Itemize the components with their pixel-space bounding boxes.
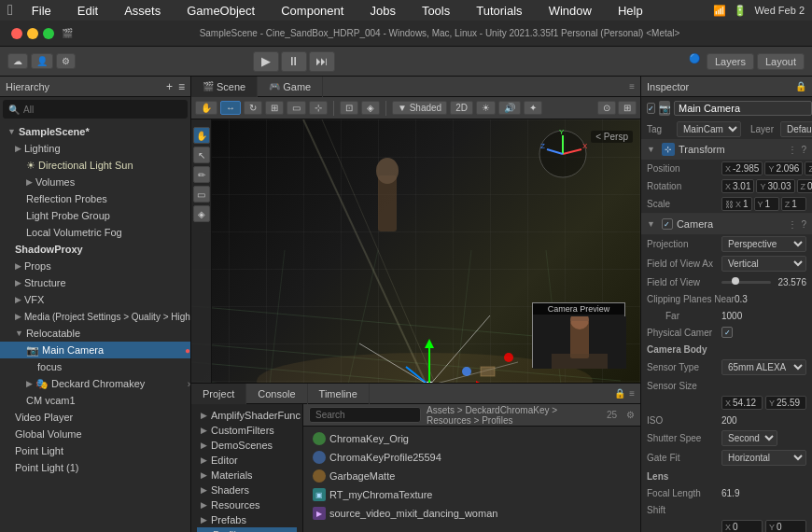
fov-slider[interactable] bbox=[721, 281, 771, 284]
vfx-btn[interactable]: ✦ bbox=[524, 101, 542, 115]
tool-rect[interactable]: ▭ bbox=[287, 101, 306, 115]
object-active-checkbox[interactable] bbox=[647, 103, 655, 114]
rot-x-field[interactable]: X 3.01 bbox=[721, 179, 754, 193]
tree-video-player[interactable]: Video Player bbox=[0, 409, 190, 426]
asset-rt-chroma[interactable]: ▣ RT_myChromaTexture bbox=[309, 486, 635, 503]
tree-media[interactable]: ▶ Media (Project Settings > Quality > Hi… bbox=[0, 308, 190, 325]
folder-shaders[interactable]: ▶ Shaders bbox=[197, 483, 297, 497]
bottom-menu-btn[interactable]: ≡ bbox=[629, 388, 635, 399]
scene-menu-btn[interactable]: ≡ bbox=[629, 81, 635, 91]
tool-scale[interactable]: ⊞ bbox=[265, 101, 284, 115]
sensor-y-field[interactable]: Y 25.59 bbox=[765, 396, 806, 410]
tab-scene[interactable]: 🎬 Scene bbox=[191, 77, 258, 97]
tree-scene[interactable]: ▼ SampleScene* bbox=[0, 123, 190, 140]
menu-file[interactable]: File bbox=[24, 0, 59, 21]
hierarchy-search[interactable]: 🔍 bbox=[3, 100, 188, 119]
tab-game[interactable]: 🎮 Game bbox=[258, 77, 323, 97]
camera-section-header[interactable]: ▼ Camera ⋮ ? bbox=[641, 214, 812, 234]
folder-demoscenes[interactable]: ▶ DemoScenes bbox=[197, 438, 297, 453]
tree-reflection-probes[interactable]: Reflection Probes bbox=[0, 190, 190, 207]
pos-y-field[interactable]: Y 2.096 bbox=[764, 161, 803, 175]
layers-dropdown[interactable]: Layers bbox=[707, 53, 754, 70]
tree-point-light-1[interactable]: Point Light (1) bbox=[0, 459, 190, 476]
tab-console[interactable]: Console bbox=[246, 384, 307, 404]
pivot-btn[interactable]: ⊡ bbox=[340, 101, 358, 115]
scale-y-field[interactable]: Y 1 bbox=[754, 197, 779, 211]
menu-component[interactable]: Component bbox=[273, 0, 351, 21]
menu-help[interactable]: Help bbox=[610, 0, 651, 21]
tree-cm-vcam1[interactable]: CM vcam1 bbox=[0, 392, 190, 409]
step-button[interactable]: ⏭ bbox=[309, 51, 335, 72]
asset-source-video[interactable]: ▶ source_video_mixit_dancing_woman bbox=[309, 505, 635, 522]
tree-lighting[interactable]: ▶ Lighting bbox=[0, 140, 190, 157]
folder-materials[interactable]: ▶ Materials bbox=[197, 468, 297, 483]
menu-tutorials[interactable]: Tutorials bbox=[469, 0, 529, 21]
hand-tool[interactable]: ✋ bbox=[193, 127, 210, 144]
hierarchy-add-btn[interactable]: + bbox=[166, 80, 173, 93]
tab-project[interactable]: Project bbox=[191, 384, 246, 404]
folder-profiles[interactable]: ▼ Profiles bbox=[197, 527, 297, 532]
assets-filter-icon[interactable]: ⚙ bbox=[626, 410, 635, 420]
account-btn[interactable]: 👤 bbox=[31, 53, 53, 69]
tree-volumes[interactable]: ▶ Volumes bbox=[0, 174, 190, 190]
fov-axis-select[interactable]: Vertical bbox=[721, 256, 806, 272]
transform-menu-btn[interactable]: ⋮ bbox=[788, 145, 797, 155]
pos-x-field[interactable]: X -2.985 bbox=[721, 161, 763, 175]
physical-camera-checkbox[interactable] bbox=[721, 327, 733, 338]
menu-gameobject[interactable]: GameObject bbox=[179, 0, 262, 21]
folder-customfilters[interactable]: ▶ CustomFilters bbox=[197, 423, 297, 438]
tag-select[interactable]: MainCam bbox=[677, 121, 741, 137]
folder-amplify[interactable]: ▶ AmplifyShaderFunc bbox=[197, 408, 297, 423]
minimize-button[interactable] bbox=[27, 28, 38, 39]
tree-main-camera[interactable]: 📷 Main Camera ● bbox=[0, 342, 190, 358]
local-btn[interactable]: ◈ bbox=[361, 101, 380, 115]
transform-section-header[interactable]: ▼ ⊹ Transform ⋮ ? bbox=[641, 139, 812, 160]
box-tool[interactable]: ▭ bbox=[193, 186, 210, 203]
rot-z-field[interactable]: Z 0 bbox=[797, 179, 812, 193]
tree-vfx[interactable]: ▶ VFX bbox=[0, 291, 190, 308]
scale-x-field[interactable]: ⛓ X 1 bbox=[721, 197, 752, 211]
assets-search-input[interactable] bbox=[309, 407, 421, 423]
asset-chromakey-profile[interactable]: ChromaKeyProfile25594 bbox=[309, 449, 635, 466]
tool-move[interactable]: ↔ bbox=[220, 101, 241, 115]
tool-rotate[interactable]: ↻ bbox=[244, 101, 262, 115]
camera-active-checkbox[interactable] bbox=[662, 218, 673, 230]
audio-btn[interactable]: 🔊 bbox=[498, 101, 521, 115]
menu-jobs[interactable]: Jobs bbox=[362, 0, 402, 21]
scene-viewport[interactable]: ✋ ↖ ✏ ▭ ◈ X Y Z bbox=[191, 119, 640, 383]
tree-relocatable[interactable]: ▼ Relocatable bbox=[0, 325, 190, 342]
pos-z-field[interactable]: Z -5.16 bbox=[805, 161, 812, 175]
shutter-select[interactable]: Second bbox=[721, 430, 777, 446]
brush-tool[interactable]: ✏ bbox=[193, 166, 210, 183]
grid-btn[interactable]: ⊞ bbox=[618, 101, 637, 115]
perspective-gizmo[interactable]: X Y Z bbox=[538, 129, 589, 180]
folder-editor[interactable]: ▶ Editor bbox=[197, 453, 297, 468]
maximize-button[interactable] bbox=[43, 28, 54, 39]
settings-btn[interactable]: ⚙ bbox=[56, 53, 76, 69]
transform-info-btn[interactable]: ? bbox=[801, 145, 806, 155]
inspector-lock-btn[interactable]: 🔒 bbox=[795, 81, 806, 91]
rot-y-field[interactable]: Y 30.03 bbox=[756, 179, 794, 193]
tree-point-light[interactable]: Point Light bbox=[0, 442, 190, 459]
cloud-btn[interactable]: ☁ bbox=[7, 53, 28, 69]
tree-deckard-chromakey[interactable]: ▶ 🎭 Deckard Chromakey › bbox=[0, 375, 190, 392]
tree-focus[interactable]: focus bbox=[0, 358, 190, 375]
bottom-lock-icon[interactable]: 🔒 bbox=[614, 388, 625, 399]
tree-directional-light[interactable]: ☀ Directional Light Sun bbox=[0, 157, 190, 174]
menu-edit[interactable]: Edit bbox=[70, 0, 105, 21]
tree-shadow-proxy[interactable]: ShadowProxy bbox=[0, 241, 190, 258]
hierarchy-menu-btn[interactable]: ≡ bbox=[178, 80, 185, 93]
tree-props[interactable]: ▶ Props bbox=[0, 258, 190, 274]
tree-light-probe-group[interactable]: Light Probe Group bbox=[0, 207, 190, 224]
sensor-x-field[interactable]: X 54.12 bbox=[721, 396, 763, 410]
pause-button[interactable]: ⏸ bbox=[281, 51, 307, 72]
menu-tools[interactable]: Tools bbox=[414, 0, 457, 21]
scale-z-field[interactable]: Z 1 bbox=[781, 197, 806, 211]
diamond-tool[interactable]: ◈ bbox=[193, 205, 210, 222]
shift-y-field[interactable]: Y 0 bbox=[765, 520, 806, 532]
gate-fit-select[interactable]: Horizontal bbox=[721, 450, 806, 466]
sensor-type-select[interactable]: 65mm ALEXA bbox=[721, 359, 806, 375]
tool-transform[interactable]: ⊹ bbox=[309, 101, 328, 115]
2d-btn[interactable]: 2D bbox=[450, 101, 473, 115]
menu-assets[interactable]: Assets bbox=[117, 0, 168, 21]
